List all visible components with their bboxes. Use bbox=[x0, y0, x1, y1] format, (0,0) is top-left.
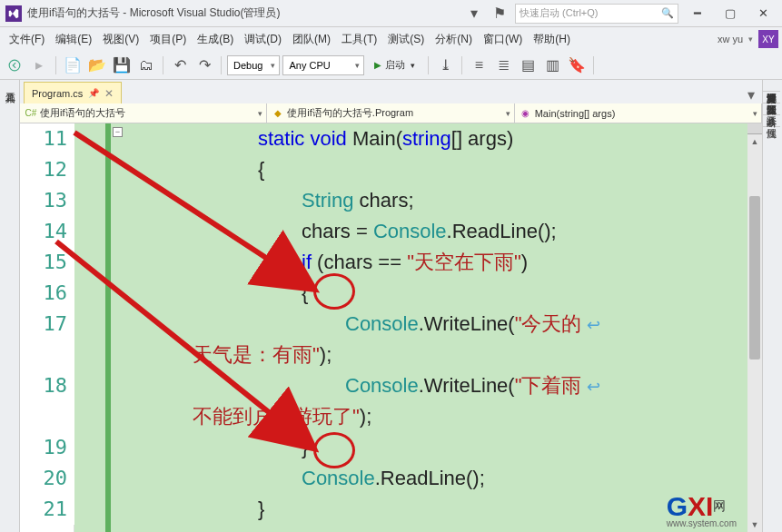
nav-forward-button[interactable]: ▸ bbox=[28, 54, 50, 76]
class-combo[interactable]: ◆使用if语句的大括号.Program bbox=[267, 103, 514, 123]
code-text: Console.WriteLine("今天的 ↩ bbox=[74, 310, 600, 338]
code-line[interactable]: 天气是：有雨"); bbox=[20, 340, 762, 370]
menu-item[interactable]: 帮助(H) bbox=[528, 30, 576, 48]
separator bbox=[461, 56, 462, 74]
menu-item[interactable]: 窗口(W) bbox=[478, 30, 528, 48]
minimize-button[interactable]: ━ bbox=[684, 4, 711, 24]
tab-overflow-button[interactable]: ▾ bbox=[740, 86, 762, 103]
user-name[interactable]: xw yu bbox=[718, 34, 743, 44]
code-text: } bbox=[74, 498, 264, 521]
line-number: 20 bbox=[20, 463, 74, 494]
split-grip[interactable] bbox=[747, 123, 762, 134]
code-line[interactable]: 不能到户外游玩了"); bbox=[20, 401, 762, 432]
menu-item[interactable]: 生成(B) bbox=[192, 30, 239, 48]
code-line[interactable]: 18Console.WriteLine("下着雨 ↩ bbox=[20, 370, 762, 401]
comment-button[interactable]: ▤ bbox=[517, 54, 539, 76]
pin-icon[interactable]: 📌 bbox=[88, 88, 99, 98]
play-icon: ▶ bbox=[374, 60, 381, 70]
line-number: 16 bbox=[20, 278, 74, 309]
panel-tab[interactable]: 解决方案资源管理器 bbox=[763, 80, 780, 92]
new-project-button[interactable]: 📄 bbox=[62, 54, 84, 76]
maximize-button[interactable]: ▢ bbox=[717, 4, 744, 24]
line-number: 18 bbox=[20, 370, 74, 401]
method-icon: ◉ bbox=[520, 108, 531, 119]
bookmark-button[interactable]: 🔖 bbox=[566, 54, 588, 76]
open-button[interactable]: 📂 bbox=[86, 54, 108, 76]
search-icon: 🔍 bbox=[661, 7, 674, 19]
code-line[interactable]: 21} bbox=[20, 494, 762, 525]
feedback-icon[interactable]: ⚑ bbox=[490, 4, 510, 24]
code-line[interactable]: 14chars = Console.ReadLine(); bbox=[20, 216, 762, 247]
separator bbox=[221, 56, 222, 74]
code-line[interactable]: 20Console.ReadLine(); bbox=[20, 463, 762, 494]
line-number bbox=[20, 401, 74, 432]
start-debug-button[interactable]: ▶启动▾ bbox=[367, 55, 422, 75]
scroll-up-icon[interactable]: ▲ bbox=[747, 134, 762, 149]
code-line[interactable]: 12{ bbox=[20, 154, 762, 185]
scope-combo[interactable]: C#使用if语句的大括号 bbox=[20, 103, 267, 123]
close-tab-icon[interactable]: ✕ bbox=[104, 87, 114, 100]
panel-tab[interactable]: 属性 bbox=[763, 115, 780, 127]
scrollbar-thumb[interactable] bbox=[749, 196, 760, 360]
vs-logo-icon bbox=[5, 5, 22, 22]
save-all-button[interactable]: 🗂 bbox=[135, 54, 157, 76]
undo-button[interactable]: ↶ bbox=[169, 54, 191, 76]
indent-button[interactable]: ≡ bbox=[468, 54, 490, 76]
nav-back-button[interactable] bbox=[4, 54, 25, 76]
code-line[interactable]: 15if (chars == "天空在下雨") bbox=[20, 247, 762, 278]
code-line[interactable]: 13String chars; bbox=[20, 185, 762, 216]
redo-button[interactable]: ↷ bbox=[193, 54, 215, 76]
svg-point-0 bbox=[9, 60, 20, 71]
save-button[interactable]: 💾 bbox=[111, 54, 133, 76]
word-wrap-icon: ↩ bbox=[582, 378, 600, 396]
class-icon: ◆ bbox=[272, 108, 283, 119]
code-line[interactable]: 19} bbox=[20, 432, 762, 463]
toolbox-panel-tab[interactable]: 工具箱 bbox=[0, 80, 20, 532]
window-title: 使用if语句的大括号 - Microsoft Visual Studio(管理员… bbox=[27, 5, 281, 21]
menu-item[interactable]: 分析(N) bbox=[430, 30, 478, 48]
panel-tab[interactable]: 诊断工具 bbox=[763, 103, 780, 115]
navigation-bar: C#使用if语句的大括号 ◆使用if语句的大括号.Program ◉Main(s… bbox=[20, 103, 762, 123]
member-combo[interactable]: ◉Main(string[] args) bbox=[515, 103, 762, 123]
menu-item[interactable]: 调试(D) bbox=[239, 30, 287, 48]
word-wrap-icon: ↩ bbox=[582, 316, 600, 334]
config-combo[interactable]: Debug bbox=[227, 55, 280, 75]
code-text: String chars; bbox=[74, 189, 414, 212]
notification-icon[interactable]: ▾ bbox=[464, 4, 484, 24]
menubar: 文件(F)编辑(E)视图(V)项目(P)生成(B)调试(D)团队(M)工具(T)… bbox=[0, 27, 782, 51]
code-editor[interactable]: − 11static void Main(string[] args)12{13… bbox=[20, 123, 762, 532]
code-text: { bbox=[74, 158, 264, 182]
code-line[interactable]: 16{ bbox=[20, 278, 762, 309]
menu-item[interactable]: 测试(S) bbox=[382, 30, 430, 48]
close-button[interactable]: ✕ bbox=[749, 4, 777, 24]
user-badge[interactable]: XY bbox=[758, 30, 778, 48]
menu-item[interactable]: 团队(M) bbox=[287, 30, 336, 48]
platform-combo[interactable]: Any CPU bbox=[282, 55, 364, 75]
line-number bbox=[20, 340, 74, 370]
line-number: 11 bbox=[20, 123, 74, 154]
file-tab-program[interactable]: Program.cs 📌 ✕ bbox=[24, 82, 122, 103]
step-button[interactable]: ⤓ bbox=[434, 54, 456, 76]
menu-item[interactable]: 视图(V) bbox=[97, 30, 144, 48]
code-text: if (chars == "天空在下雨") bbox=[74, 249, 528, 276]
outdent-button[interactable]: ≣ bbox=[492, 54, 514, 76]
code-line[interactable]: 17Console.WriteLine("今天的 ↩ bbox=[20, 309, 762, 340]
menu-item[interactable]: 文件(F) bbox=[4, 30, 50, 48]
code-line[interactable]: 11static void Main(string[] args) bbox=[20, 123, 762, 154]
vertical-scrollbar[interactable]: ▲ ▼ bbox=[747, 123, 762, 532]
line-number: 17 bbox=[20, 309, 74, 340]
panel-tab[interactable]: 团队资源管理器 bbox=[763, 92, 780, 103]
uncomment-button[interactable]: ▥ bbox=[541, 54, 563, 76]
code-text: } bbox=[74, 436, 308, 459]
menu-item[interactable]: 工具(T) bbox=[336, 30, 382, 48]
line-number: 13 bbox=[20, 185, 74, 216]
menu-item[interactable]: 项目(P) bbox=[144, 30, 192, 48]
quick-launch-input[interactable]: 快速启动 (Ctrl+Q) 🔍 bbox=[515, 4, 678, 24]
line-number: 19 bbox=[20, 432, 74, 463]
editor-area: Program.cs 📌 ✕ ▾ C#使用if语句的大括号 ◆使用if语句的大括… bbox=[20, 80, 762, 532]
menu-item[interactable]: 编辑(E) bbox=[50, 30, 97, 48]
scroll-down-icon[interactable]: ▼ bbox=[747, 517, 762, 532]
titlebar: 使用if语句的大括号 - Microsoft Visual Studio(管理员… bbox=[0, 0, 782, 27]
separator bbox=[55, 56, 56, 74]
user-dropdown-icon[interactable]: ▾ bbox=[748, 34, 753, 44]
